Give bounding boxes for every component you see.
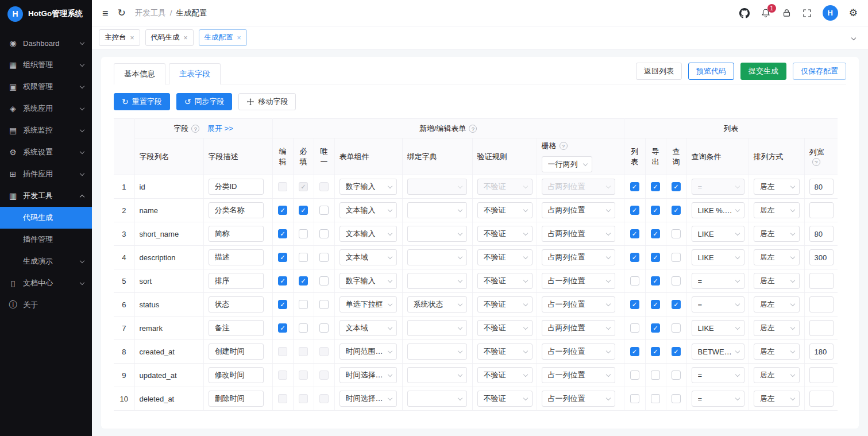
sidebar-item-gen-demo[interactable]: 生成演示 bbox=[0, 250, 92, 272]
width-input[interactable] bbox=[809, 320, 834, 336]
list-checkbox[interactable]: ✓ bbox=[630, 182, 639, 191]
dict-select[interactable] bbox=[407, 320, 467, 336]
list-checkbox[interactable] bbox=[630, 276, 639, 285]
move-fields-button[interactable]: 移动字段 bbox=[238, 93, 296, 110]
required-checkbox[interactable]: ✓ bbox=[299, 206, 308, 215]
edit-checkbox[interactable]: ✓ bbox=[278, 229, 287, 238]
sidebar-item-permission[interactable]: ▣权限管理 bbox=[0, 76, 92, 98]
grid-select[interactable]: 占一列位置 bbox=[542, 391, 615, 407]
dict-select[interactable] bbox=[407, 344, 467, 360]
export-checkbox[interactable]: ✓ bbox=[651, 253, 660, 262]
refresh-page-icon[interactable]: ↻ bbox=[118, 8, 126, 18]
validation-select[interactable]: 不验证 bbox=[477, 320, 533, 336]
sidebar-item-org[interactable]: ▦组织管理 bbox=[0, 54, 92, 76]
sidebar-item-dashboard[interactable]: ◉Dashboard bbox=[0, 32, 92, 54]
sync-fields-button[interactable]: ↺ 同步字段 bbox=[176, 93, 233, 110]
grid-select[interactable]: 占两列位置 bbox=[542, 202, 615, 218]
lock-screen-icon[interactable] bbox=[782, 8, 792, 18]
sidebar-item-plugin-manage[interactable]: 插件管理 bbox=[0, 229, 92, 250]
user-avatar[interactable]: H bbox=[823, 5, 838, 21]
list-checkbox[interactable]: ✓ bbox=[630, 229, 639, 238]
condition-select[interactable]: = bbox=[692, 296, 744, 312]
tab-basic-info[interactable]: 基本信息 bbox=[114, 63, 165, 84]
condition-select[interactable]: LIKE %...% bbox=[692, 202, 744, 218]
export-checkbox[interactable]: ✓ bbox=[651, 347, 660, 356]
field-desc-input[interactable] bbox=[209, 179, 264, 195]
width-input[interactable] bbox=[809, 367, 834, 383]
sidebar-item-about[interactable]: ⓘ关于 bbox=[0, 294, 92, 316]
component-select[interactable]: 时间范围选择 bbox=[340, 344, 397, 360]
component-select[interactable]: 文本输入 bbox=[340, 226, 397, 242]
unique-checkbox[interactable] bbox=[319, 229, 329, 238]
list-checkbox[interactable] bbox=[630, 323, 639, 333]
field-desc-input[interactable] bbox=[209, 296, 264, 312]
query-checkbox[interactable]: ✓ bbox=[672, 206, 681, 215]
query-checkbox[interactable] bbox=[672, 394, 681, 403]
align-select[interactable]: 居左 bbox=[754, 226, 800, 242]
unique-checkbox[interactable] bbox=[319, 206, 329, 215]
list-checkbox[interactable]: ✓ bbox=[630, 206, 639, 215]
align-select[interactable]: 居左 bbox=[754, 391, 800, 407]
sidebar-item-monitor[interactable]: ▤系统监控 bbox=[0, 119, 92, 141]
breadcrumb-parent[interactable]: 开发工具 bbox=[135, 8, 166, 18]
dict-select[interactable] bbox=[407, 202, 467, 218]
back-to-list-button[interactable]: 返回列表 bbox=[636, 63, 682, 80]
sidebar-item-system-app[interactable]: ◈系统应用 bbox=[0, 98, 92, 119]
validation-select[interactable]: 不验证 bbox=[477, 367, 533, 383]
tab-console[interactable]: 主控台× bbox=[99, 29, 140, 46]
reset-fields-button[interactable]: ↻ 重置字段 bbox=[114, 93, 170, 110]
align-select[interactable]: 居左 bbox=[754, 296, 800, 312]
field-desc-input[interactable] bbox=[209, 273, 264, 289]
align-select[interactable]: 居左 bbox=[754, 344, 800, 360]
validation-select[interactable]: 不验证 bbox=[477, 273, 533, 289]
export-checkbox[interactable]: ✓ bbox=[651, 323, 660, 333]
condition-select[interactable]: = bbox=[692, 391, 744, 407]
grid-select[interactable]: 占两列位置 bbox=[542, 320, 615, 336]
component-select[interactable]: 文本输入 bbox=[340, 202, 397, 218]
query-checkbox[interactable]: ✓ bbox=[672, 347, 681, 356]
edit-checkbox[interactable]: ✓ bbox=[278, 300, 287, 309]
fullscreen-icon[interactable] bbox=[803, 9, 812, 18]
query-checkbox[interactable] bbox=[672, 276, 681, 285]
field-desc-input[interactable] bbox=[209, 226, 264, 242]
width-input[interactable] bbox=[809, 296, 834, 312]
field-desc-input[interactable] bbox=[209, 391, 264, 407]
component-select[interactable]: 时间选择(Y-... bbox=[340, 391, 397, 407]
sidebar-item-devtools[interactable]: ▥开发工具 bbox=[0, 185, 92, 207]
width-input[interactable] bbox=[809, 391, 834, 407]
align-select[interactable]: 居左 bbox=[754, 320, 800, 336]
align-select[interactable]: 居左 bbox=[754, 367, 800, 383]
component-select[interactable]: 数字输入 bbox=[340, 179, 397, 195]
width-input[interactable] bbox=[809, 249, 834, 265]
export-checkbox[interactable]: ✓ bbox=[651, 229, 660, 238]
required-checkbox[interactable]: ✓ bbox=[299, 276, 308, 285]
tab-close-icon[interactable]: × bbox=[130, 34, 134, 41]
condition-select[interactable]: LIKE bbox=[692, 249, 744, 265]
tabs-dropdown-icon[interactable] bbox=[846, 30, 861, 45]
tab-codegen[interactable]: 代码生成× bbox=[145, 29, 194, 46]
condition-select[interactable]: LIKE bbox=[692, 226, 744, 242]
unique-checkbox[interactable] bbox=[319, 300, 329, 309]
query-checkbox[interactable]: ✓ bbox=[672, 182, 681, 191]
grid-select[interactable]: 占一列位置 bbox=[542, 367, 615, 383]
tab-main-fields[interactable]: 主表字段 bbox=[169, 63, 221, 84]
field-desc-input[interactable] bbox=[209, 367, 264, 383]
sidebar-item-codegen[interactable]: 代码生成 bbox=[0, 207, 92, 229]
component-select[interactable]: 文本域 bbox=[340, 320, 397, 336]
query-checkbox[interactable] bbox=[672, 371, 681, 380]
export-checkbox[interactable]: ✓ bbox=[651, 276, 660, 285]
list-checkbox[interactable]: ✓ bbox=[630, 300, 639, 309]
list-checkbox[interactable] bbox=[630, 371, 639, 380]
dict-select[interactable]: 系统状态 bbox=[407, 296, 467, 312]
tab-gen-config[interactable]: 生成配置× bbox=[199, 29, 247, 46]
required-checkbox[interactable] bbox=[299, 323, 308, 333]
export-checkbox[interactable] bbox=[651, 371, 660, 380]
sidebar-item-docs[interactable]: ▯文档中心 bbox=[0, 272, 92, 294]
query-checkbox[interactable] bbox=[672, 229, 681, 238]
unique-checkbox[interactable] bbox=[319, 253, 329, 262]
submit-generate-button[interactable]: 提交生成 bbox=[740, 63, 786, 80]
width-input[interactable] bbox=[809, 344, 834, 360]
list-checkbox[interactable] bbox=[630, 394, 639, 403]
width-input[interactable] bbox=[809, 273, 834, 289]
align-select[interactable]: 居左 bbox=[754, 273, 800, 289]
